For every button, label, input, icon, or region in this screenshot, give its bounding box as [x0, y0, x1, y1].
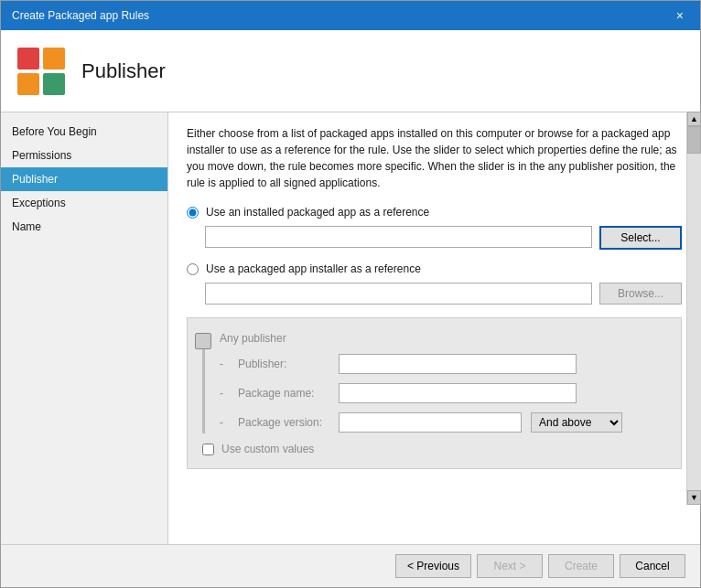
package-version-input[interactable] [339, 412, 522, 433]
radio-section-installed: Use an installed packaged app as a refer… [187, 206, 682, 250]
next-button: Next > [477, 554, 543, 578]
any-publisher-label: Any publisher [220, 332, 286, 345]
scroll-thumb[interactable] [687, 126, 700, 154]
header-area: Publisher [1, 30, 700, 112]
scroll-up-arrow[interactable]: ▲ [687, 112, 700, 126]
browse-button: Browse... [599, 283, 682, 305]
package-version-label: Package version: [238, 416, 329, 429]
svg-rect-3 [43, 73, 65, 95]
scroll-down-arrow[interactable]: ▼ [687, 490, 700, 505]
radio-installed[interactable] [187, 207, 199, 219]
svg-rect-0 [17, 48, 39, 69]
footer: < Previous Next > Create Cancel [1, 544, 700, 587]
custom-values-checkbox[interactable] [202, 444, 214, 455]
header-title: Publisher [81, 59, 166, 83]
scroll-track [687, 126, 700, 490]
sidebar-item-name[interactable]: Name [1, 215, 167, 239]
installer-input-row: Browse... [187, 283, 682, 305]
previous-button[interactable]: < Previous [395, 554, 471, 578]
sidebar-item-publisher[interactable]: Publisher [1, 167, 167, 191]
field-row-package-name: - Package name: [220, 383, 666, 403]
custom-values-label[interactable]: Use custom values [221, 443, 314, 455]
svg-rect-2 [17, 73, 39, 95]
radio-row-installed: Use an installed packaged app as a refer… [187, 206, 682, 219]
package-name-dash: - [220, 387, 229, 400]
field-row-publisher: - Publisher: [220, 354, 666, 374]
package-name-input[interactable] [339, 383, 577, 403]
field-row-package-version: - Package version: And above And below E… [220, 412, 666, 433]
version-select[interactable]: And above And below Exactly [531, 412, 622, 433]
window-title: Create Packaged app Rules [12, 9, 149, 22]
radio-section-installer: Use a packaged app installer as a refere… [187, 262, 682, 305]
radio-row-installer: Use a packaged app installer as a refere… [187, 262, 682, 275]
create-button: Create [548, 554, 614, 578]
title-bar: Create Packaged app Rules × [1, 1, 700, 30]
fields-container: Any publisher - Publisher: - [220, 331, 666, 433]
radio-installer-label[interactable]: Use a packaged app installer as a refere… [206, 262, 421, 275]
slider-thumb[interactable] [195, 333, 211, 349]
publisher-dash: - [220, 358, 229, 370]
publisher-field-label: Publisher: [238, 358, 329, 370]
installer-app-input[interactable] [205, 283, 592, 305]
app-icon [16, 46, 67, 97]
select-button[interactable]: Select... [599, 226, 682, 250]
slider-track [202, 335, 205, 433]
radio-installed-label[interactable]: Use an installed packaged app as a refer… [206, 206, 429, 219]
installed-input-row: Select... [187, 226, 682, 250]
svg-rect-1 [43, 48, 65, 69]
installed-app-input[interactable] [205, 226, 592, 248]
main-window: Create Packaged app Rules × Publisher Be… [0, 0, 701, 588]
package-name-label: Package name: [238, 387, 329, 400]
sidebar: Before You Begin Permissions Publisher E… [1, 112, 168, 544]
package-version-dash: - [220, 416, 229, 429]
sidebar-item-before-you-begin[interactable]: Before You Begin [1, 120, 167, 144]
sidebar-item-permissions[interactable]: Permissions [1, 144, 167, 167]
description-text: Either choose from a list of packaged ap… [187, 125, 682, 191]
main-area: Before You Begin Permissions Publisher E… [1, 112, 700, 544]
cancel-button[interactable]: Cancel [620, 554, 685, 578]
scrollbar[interactable]: ▲ ▼ [686, 112, 700, 505]
slider-section: Any publisher - Publisher: - [187, 317, 682, 469]
custom-values-row: Use custom values [202, 443, 666, 455]
radio-installer[interactable] [187, 263, 199, 275]
publisher-input[interactable] [339, 354, 577, 374]
sidebar-item-exceptions[interactable]: Exceptions [1, 191, 167, 215]
close-button[interactable]: × [671, 7, 689, 24]
content-scroll[interactable]: Either choose from a list of packaged ap… [168, 112, 700, 544]
content-area: Either choose from a list of packaged ap… [168, 112, 700, 544]
